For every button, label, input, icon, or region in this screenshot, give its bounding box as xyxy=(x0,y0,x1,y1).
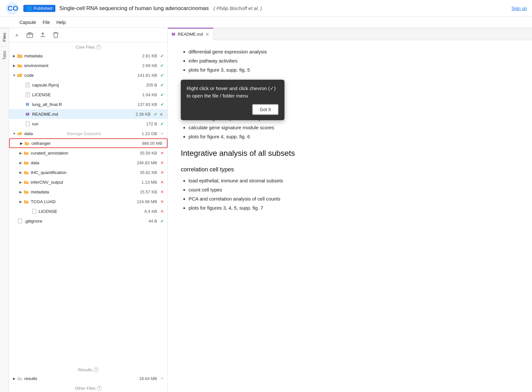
editor-panel: M README.md ✕ differential gene expressi… xyxy=(168,28,532,392)
list-item[interactable]: ▶ LICENSE 6.4 KB ✕ xyxy=(9,206,168,216)
menu-help[interactable]: Help xyxy=(56,20,66,25)
file-size: 35.82 KB xyxy=(140,170,157,175)
list-item: plots for figure 3, supp. fig. 5 xyxy=(189,66,519,74)
upload-button[interactable] xyxy=(39,31,47,39)
expand-arrow[interactable]: ▶ xyxy=(19,141,24,146)
folder-icon xyxy=(23,189,29,195)
file-size: 1.13 MB xyxy=(142,180,157,185)
file-size: 15.57 KB xyxy=(140,190,157,194)
status-icon: ✔ xyxy=(159,72,165,78)
svg-rect-7 xyxy=(26,121,29,126)
status-icon: ✕ xyxy=(159,150,165,156)
list-item[interactable]: ▶ M README.md 2.36 KB ✔ ∨ xyxy=(9,109,168,119)
menu-file[interactable]: File xyxy=(42,20,50,25)
file-size: 1.04 KB xyxy=(142,92,157,97)
file-name: LICENSE xyxy=(32,92,142,97)
side-tab-tabs[interactable]: Tabs xyxy=(0,46,9,64)
expand-arrow[interactable]: ▶ xyxy=(18,189,23,194)
list-item: PCA and correlation analysis of cell cou… xyxy=(189,195,519,203)
file-icon xyxy=(25,121,30,127)
list-item[interactable]: ▶ inferCNV_output 1.13 MB ✕ xyxy=(9,177,168,187)
chevron-down-icon[interactable]: ∨ xyxy=(158,111,164,117)
results-help-icon[interactable]: ? xyxy=(94,367,98,372)
svg-text:CO: CO xyxy=(7,4,18,12)
side-tab-files[interactable]: Files xyxy=(0,28,9,46)
status-icon: ✕ xyxy=(159,160,165,166)
file-name: README.md xyxy=(32,112,136,117)
globe-icon: 🌐 xyxy=(27,6,32,11)
section-heading-integrative: Integrative analysis of all subsets xyxy=(181,147,519,159)
list-item: infer pathway activities xyxy=(189,57,519,65)
list-item: load epithelial, immune and stromal subs… xyxy=(189,177,519,185)
core-files-header: Core Files ? xyxy=(9,42,168,51)
list-item[interactable]: ▶ LICENSE 1.04 KB ✔ xyxy=(9,90,168,99)
expand-arrow[interactable]: ▶ xyxy=(12,53,17,58)
sign-up-link[interactable]: Sign up xyxy=(512,6,527,11)
manage-datasets-label[interactable]: Manage Datasets xyxy=(67,131,101,136)
published-badge: 🌐 Published xyxy=(23,5,55,12)
got-it-button[interactable]: Got It xyxy=(252,104,279,115)
list-item[interactable]: ▶ TCGA LUAD 124.98 MB ✕ xyxy=(9,197,168,206)
status-icon: ✔ xyxy=(159,63,165,68)
expand-arrow[interactable]: ▶ xyxy=(18,160,23,165)
file-size: 205 B xyxy=(146,83,157,87)
file-size: 2.36 KB xyxy=(136,112,151,117)
logo-icon: CO xyxy=(5,1,19,16)
list-item[interactable]: ▶ IHC_quantification 35.82 KB ✕ xyxy=(9,167,168,177)
expand-arrow[interactable]: ▶ xyxy=(12,376,17,381)
list-item[interactable]: ▶ metadata 2.81 KB ✔ xyxy=(9,51,168,61)
published-label: Published xyxy=(34,6,52,11)
list-item[interactable]: ▼ code 141.61 KB ✔ xyxy=(9,70,168,80)
file-name: cellranger xyxy=(31,141,87,146)
add-folder-button[interactable]: + xyxy=(26,31,34,39)
folder-icon xyxy=(17,53,23,59)
list-item[interactable]: ▶ .gitignore 44 B ✔ xyxy=(9,216,168,226)
file-size: 124.98 MB xyxy=(137,199,157,204)
file-size: 172 B xyxy=(146,121,157,126)
list-item[interactable]: ▶ R lung_all_final.R 137.83 KB ✔ xyxy=(9,99,168,109)
authors: ( Philip Bischoff et al. ) xyxy=(214,6,262,11)
folder-open-icon xyxy=(17,72,23,78)
file-name: TCGA LUAD xyxy=(31,199,84,204)
tab-readme[interactable]: M README.md ✕ xyxy=(168,28,214,40)
expand-arrow[interactable]: ▶ xyxy=(12,63,17,68)
list-item[interactable]: ▼ data Manage Datasets 1.22 GB ✕ xyxy=(9,129,168,138)
file-size: 35.59 KB xyxy=(140,151,157,156)
expand-arrow[interactable]: ▼ xyxy=(12,73,17,78)
file-size: 246.83 MB xyxy=(137,160,157,165)
file-size: 44 B xyxy=(148,219,157,224)
menu-capsule[interactable]: Capsule xyxy=(19,20,36,25)
expand-arrow[interactable]: ▼ xyxy=(12,131,17,136)
list-item[interactable]: ▶ metadata 15.57 KB ✕ xyxy=(9,187,168,197)
file-name: code xyxy=(24,73,137,78)
list-item[interactable]: ▶ results 18.64 MB ✕ xyxy=(9,374,168,383)
delete-button[interactable] xyxy=(52,31,60,39)
menu-bar: Capsule File Help xyxy=(0,17,532,28)
file-size: 141.61 KB xyxy=(137,73,157,78)
expand-arrow[interactable]: ▶ xyxy=(18,150,23,156)
list-item[interactable]: ▶ run 172 B ✔ xyxy=(9,119,168,129)
list-item[interactable]: ▶ data 246.83 MB ✕ xyxy=(9,158,168,167)
add-file-button[interactable]: ＋ xyxy=(13,31,21,39)
status-icon: ✔ xyxy=(159,82,165,88)
list-item[interactable]: ▶ environment 2.69 KB ✔ xyxy=(9,61,168,70)
r-file-icon: R xyxy=(25,101,30,107)
expand-arrow[interactable]: ▶ xyxy=(18,199,23,204)
folder-icon xyxy=(24,140,30,146)
list-item[interactable]: ▶ curated_annotation 35.59 KB ✕ xyxy=(9,148,168,158)
expand-arrow[interactable]: ▶ xyxy=(18,179,23,185)
core-files-help-icon[interactable]: ? xyxy=(96,45,101,50)
partial-list: differential gene expression analysis in… xyxy=(189,48,519,74)
md-file-icon: M xyxy=(25,111,30,117)
expand-arrow[interactable]: ▶ xyxy=(18,170,23,175)
svg-rect-9 xyxy=(18,219,22,223)
file-size: 137.83 KB xyxy=(137,102,157,107)
tab-close-button[interactable]: ✕ xyxy=(205,32,209,37)
list-item[interactable]: ▶ capsule.Rproj 205 B ✔ xyxy=(9,80,168,90)
status-icon: ✔ xyxy=(159,121,165,127)
file-name: LICENSE xyxy=(39,209,91,214)
file-icon xyxy=(17,218,23,224)
tooltip-popup: Right click or hover and click chevron (… xyxy=(181,80,284,120)
list-item[interactable]: ▶ cellranger 886.05 MB xyxy=(9,138,168,148)
other-files-help-icon[interactable]: ? xyxy=(97,386,102,391)
